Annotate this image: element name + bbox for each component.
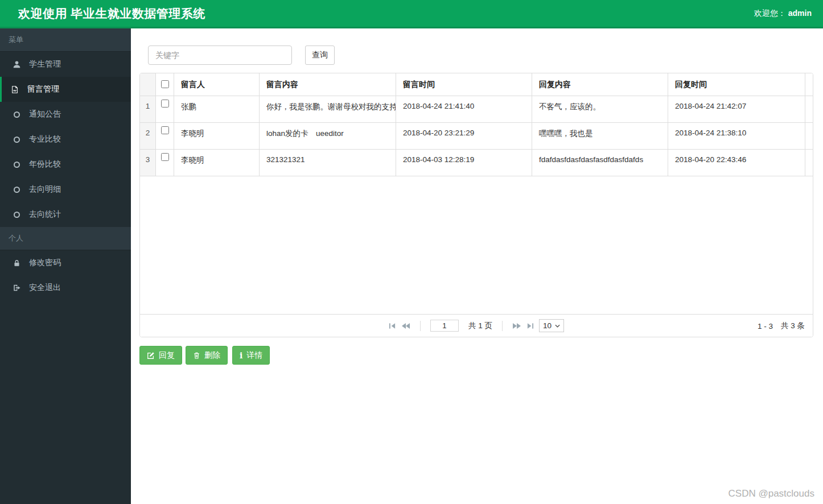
last-page-button[interactable] — [526, 323, 534, 329]
sidebar-item-notices[interactable]: 通知公告 — [0, 102, 131, 127]
sidebar-item-student-management[interactable]: 学生管理 — [0, 52, 131, 77]
sidebar-item-message-management[interactable]: 留言管理 — [0, 77, 131, 102]
row-checkbox[interactable] — [161, 100, 169, 108]
col-header-reply[interactable]: 回复内容 — [532, 73, 668, 96]
circle-icon — [12, 110, 21, 119]
sidebar-item-label: 专业比较 — [29, 134, 61, 144]
sidebar-item-label: 留言管理 — [27, 84, 59, 94]
pager: 共 1 页 10 — [389, 319, 564, 332]
lock-icon — [12, 258, 21, 267]
pager-divider — [420, 321, 421, 331]
sidebar-item-label: 去向明细 — [29, 184, 61, 195]
table-row[interactable]: 2 李晓明 lohan发的卡 ueeditor 2018-04-20 23:21… — [140, 123, 813, 150]
sidebar-item-logout[interactable]: 安全退出 — [0, 275, 131, 300]
sidebar-section-personal: 个人 — [0, 227, 131, 250]
sidebar-item-destination-stats[interactable]: 去向统计 — [0, 202, 131, 227]
action-buttons: 回复 删除 i 详情 — [139, 346, 814, 365]
page-number-input[interactable] — [430, 320, 459, 332]
cell-time: 2018-04-03 12:28:19 — [396, 150, 532, 176]
sidebar-item-label: 年份比较 — [29, 159, 61, 170]
cell-content: 你好，我是张鹏。谢谢母校对我的支持 — [260, 96, 396, 122]
sidebar-item-label: 修改密码 — [29, 258, 61, 268]
sidebar-item-label: 去向统计 — [29, 209, 61, 220]
col-header-content[interactable]: 留言内容 — [260, 73, 396, 96]
info-icon: i — [240, 352, 242, 360]
main-content: 查询 留言人 留言内容 留言时间 回复内容 回复时间 1 张鹏 你好，我是张鹏。… — [131, 28, 823, 504]
col-header-sender[interactable]: 留言人 — [174, 73, 260, 96]
edit-icon — [147, 352, 155, 360]
col-header-time[interactable]: 留言时间 — [396, 73, 532, 96]
cell-time: 2018-04-24 21:41:40 — [396, 96, 532, 122]
top-bar: 欢迎使用 毕业生就业数据管理系统 欢迎您：admin — [0, 0, 823, 28]
cell-sender: 李晓明 — [174, 123, 260, 149]
cell-reply: fdafdasfdasfdasfasdfdasfdafds — [532, 150, 668, 176]
page-size-select[interactable]: 10 — [539, 319, 564, 332]
username: admin — [788, 9, 812, 18]
sign-out-icon — [12, 283, 21, 292]
row-checkbox-cell — [156, 150, 174, 176]
sidebar-item-destination-detail[interactable]: 去向明细 — [0, 177, 131, 202]
detail-button[interactable]: i 详情 — [232, 346, 270, 365]
record-range-info: 1 - 3 共 3 条 — [758, 315, 805, 337]
message-table: 留言人 留言内容 留言时间 回复内容 回复时间 1 张鹏 你好，我是张鹏。谢谢母… — [139, 73, 813, 337]
row-checkbox[interactable] — [161, 153, 169, 161]
cell-time: 2018-04-20 23:21:29 — [396, 123, 532, 149]
sidebar-item-label: 学生管理 — [29, 59, 61, 69]
row-checkbox-cell — [156, 123, 174, 149]
cell-content: lohan发的卡 ueeditor — [260, 123, 396, 149]
reply-button-label: 回复 — [159, 350, 175, 361]
pager-divider — [502, 321, 503, 331]
prev-page-button[interactable] — [401, 323, 410, 329]
total-records-label: 共 3 条 — [781, 321, 805, 331]
sidebar-item-change-password[interactable]: 修改密码 — [0, 250, 131, 275]
sidebar-item-label: 通知公告 — [29, 109, 61, 119]
cell-reply-time: 2018-04-24 21:38:10 — [668, 123, 805, 149]
delete-button-label: 删除 — [204, 350, 220, 361]
row-number: 2 — [140, 123, 156, 149]
search-button[interactable]: 查询 — [305, 46, 335, 65]
sidebar-section-menu: 菜单 — [0, 28, 131, 52]
detail-button-label: 详情 — [246, 350, 262, 361]
table-body: 1 张鹏 你好，我是张鹏。谢谢母校对我的支持 2018-04-24 21:41:… — [140, 96, 813, 314]
chevron-down-icon — [555, 324, 560, 328]
pager-toolbar: 共 1 页 10 1 - 3 共 3 条 — [140, 314, 813, 337]
circle-icon — [12, 185, 21, 194]
watermark: CSDN @pastclouds — [729, 488, 814, 499]
cell-reply-time: 2018-04-20 22:43:46 — [668, 150, 805, 176]
next-page-button[interactable] — [512, 323, 521, 329]
page-size-value: 10 — [543, 321, 552, 330]
message-file-icon — [10, 85, 19, 94]
row-checkbox[interactable] — [161, 126, 169, 134]
search-input[interactable] — [148, 46, 292, 65]
sidebar-item-major-compare[interactable]: 专业比较 — [0, 127, 131, 152]
cell-reply: 嘿嘿嘿，我也是 — [532, 123, 668, 149]
circle-icon — [12, 160, 21, 169]
row-number: 3 — [140, 150, 156, 176]
range-label: 1 - 3 — [758, 322, 773, 331]
table-row[interactable]: 3 李晓明 321321321 2018-04-03 12:28:19 fdaf… — [140, 150, 813, 176]
row-number: 1 — [140, 96, 156, 122]
select-all-cell — [156, 73, 174, 96]
cell-sender: 张鹏 — [174, 96, 260, 122]
welcome-label: 欢迎您： — [754, 9, 786, 18]
cell-content: 321321321 — [260, 150, 396, 176]
circle-icon — [12, 135, 21, 144]
table-row[interactable]: 1 张鹏 你好，我是张鹏。谢谢母校对我的支持 2018-04-24 21:41:… — [140, 96, 813, 123]
sidebar-item-year-compare[interactable]: 年份比较 — [0, 152, 131, 177]
app-title: 欢迎使用 毕业生就业数据管理系统 — [18, 6, 205, 22]
total-pages-label: 共 1 页 — [468, 321, 492, 331]
table-header-row: 留言人 留言内容 留言时间 回复内容 回复时间 — [140, 73, 813, 96]
user-icon — [12, 60, 21, 69]
cell-reply: 不客气，应该的。 — [532, 96, 668, 122]
sidebar: 菜单 学生管理 留言管理 通知公告 专业比较 年份比较 去向明细 去向统计 个人 — [0, 28, 131, 504]
reply-button[interactable]: 回复 — [139, 346, 182, 365]
sidebar-item-label: 安全退出 — [29, 283, 61, 293]
first-page-button[interactable] — [389, 323, 396, 329]
row-checkbox-cell — [156, 96, 174, 122]
select-all-checkbox[interactable] — [161, 80, 169, 88]
delete-button[interactable]: 删除 — [186, 346, 228, 365]
col-header-reply-time[interactable]: 回复时间 — [668, 73, 805, 96]
trash-icon — [193, 352, 200, 360]
search-bar: 查询 — [148, 46, 814, 65]
rownum-header-cell — [140, 73, 156, 96]
